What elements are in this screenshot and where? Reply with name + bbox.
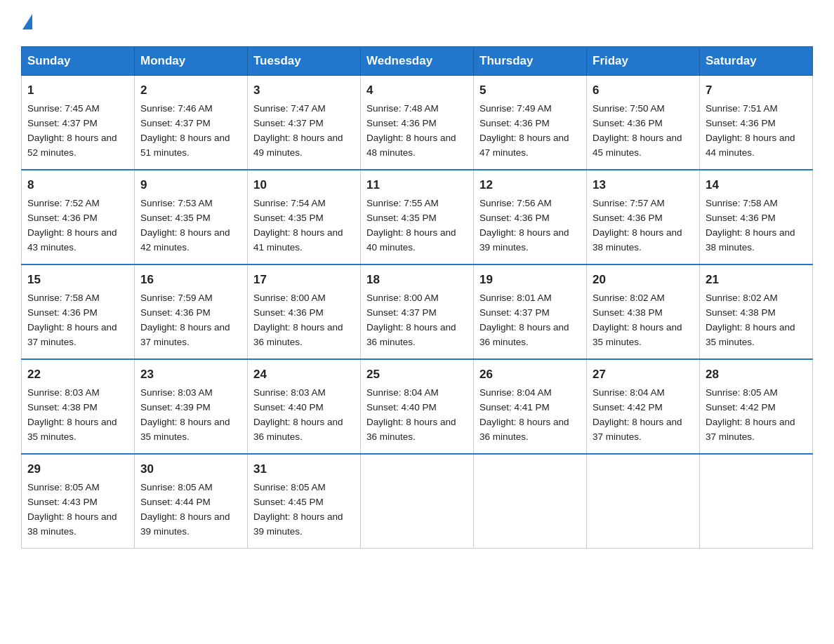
calendar-cell: 3Sunrise: 7:47 AMSunset: 4:37 PMDaylight… xyxy=(248,76,361,170)
sunset-label: Sunset: 4:42 PM xyxy=(706,402,776,412)
calendar-body: 1Sunrise: 7:45 AMSunset: 4:37 PMDaylight… xyxy=(22,76,813,549)
calendar-cell: 6Sunrise: 7:50 AMSunset: 4:36 PMDaylight… xyxy=(587,76,700,170)
sunset-label: Sunset: 4:40 PM xyxy=(253,402,324,412)
sunrise-label: Sunrise: 7:45 AM xyxy=(27,103,100,114)
calendar-header: SundayMondayTuesdayWednesdayThursdayFrid… xyxy=(22,47,813,76)
daylight-label: Daylight: 8 hours and 36 minutes. xyxy=(366,322,456,347)
calendar-cell: 31Sunrise: 8:05 AMSunset: 4:45 PMDayligh… xyxy=(248,454,361,549)
sunrise-label: Sunrise: 7:58 AM xyxy=(706,198,778,208)
daylight-label: Daylight: 8 hours and 38 minutes. xyxy=(27,511,117,537)
calendar-cell: 13Sunrise: 7:57 AMSunset: 4:36 PMDayligh… xyxy=(587,170,700,264)
sunset-label: Sunset: 4:41 PM xyxy=(479,402,550,412)
calendar-week-5: 29Sunrise: 8:05 AMSunset: 4:43 PMDayligh… xyxy=(22,454,813,549)
day-number: 1 xyxy=(27,81,128,100)
sunset-label: Sunset: 4:35 PM xyxy=(253,213,324,223)
day-number: 27 xyxy=(593,365,694,384)
sunrise-label: Sunrise: 8:03 AM xyxy=(253,387,326,398)
day-number: 6 xyxy=(593,81,694,100)
day-number: 20 xyxy=(593,271,694,289)
day-number: 5 xyxy=(479,81,581,100)
daylight-label: Daylight: 8 hours and 38 minutes. xyxy=(593,227,682,253)
calendar-cell: 16Sunrise: 7:59 AMSunset: 4:36 PMDayligh… xyxy=(135,264,248,359)
calendar-cell: 1Sunrise: 7:45 AMSunset: 4:37 PMDaylight… xyxy=(22,76,135,170)
daylight-label: Daylight: 8 hours and 42 minutes. xyxy=(140,227,230,253)
calendar-cell: 17Sunrise: 8:00 AMSunset: 4:36 PMDayligh… xyxy=(248,264,361,359)
calendar-cell: 12Sunrise: 7:56 AMSunset: 4:36 PMDayligh… xyxy=(474,170,587,264)
calendar-cell: 30Sunrise: 8:05 AMSunset: 4:44 PMDayligh… xyxy=(135,454,248,549)
sunset-label: Sunset: 4:36 PM xyxy=(593,118,663,128)
sunset-label: Sunset: 4:36 PM xyxy=(479,213,550,223)
day-number: 26 xyxy=(479,365,581,384)
daylight-label: Daylight: 8 hours and 39 minutes. xyxy=(140,511,230,537)
daylight-label: Daylight: 8 hours and 39 minutes. xyxy=(479,227,569,253)
sunset-label: Sunset: 4:38 PM xyxy=(27,402,98,412)
calendar-cell: 10Sunrise: 7:54 AMSunset: 4:35 PMDayligh… xyxy=(248,170,361,264)
day-number: 21 xyxy=(706,271,807,289)
sunrise-label: Sunrise: 8:00 AM xyxy=(366,293,439,303)
sunset-label: Sunset: 4:45 PM xyxy=(253,497,324,507)
calendar-cell: 26Sunrise: 8:04 AMSunset: 4:41 PMDayligh… xyxy=(474,359,587,454)
day-number: 17 xyxy=(253,271,355,289)
day-header-saturday: Saturday xyxy=(700,47,813,76)
daylight-label: Daylight: 8 hours and 36 minutes. xyxy=(479,322,569,347)
sunset-label: Sunset: 4:39 PM xyxy=(140,402,211,412)
calendar-cell xyxy=(474,454,587,549)
daylight-label: Daylight: 8 hours and 38 minutes. xyxy=(706,227,795,253)
sunset-label: Sunset: 4:37 PM xyxy=(27,118,98,128)
daylight-label: Daylight: 8 hours and 35 minutes. xyxy=(593,322,682,347)
daylight-label: Daylight: 8 hours and 36 minutes. xyxy=(253,322,343,347)
day-number: 2 xyxy=(140,81,241,100)
daylight-label: Daylight: 8 hours and 37 minutes. xyxy=(27,322,117,347)
sunrise-label: Sunrise: 8:05 AM xyxy=(253,482,326,492)
calendar-cell: 28Sunrise: 8:05 AMSunset: 4:42 PMDayligh… xyxy=(700,359,813,454)
day-number: 8 xyxy=(27,176,128,194)
page-header xyxy=(21,14,813,32)
sunset-label: Sunset: 4:36 PM xyxy=(366,118,437,128)
sunset-label: Sunset: 4:36 PM xyxy=(593,213,663,223)
sunrise-label: Sunrise: 7:58 AM xyxy=(27,293,100,303)
sunrise-label: Sunrise: 7:46 AM xyxy=(140,103,213,114)
sunrise-label: Sunrise: 8:04 AM xyxy=(366,387,439,398)
sunset-label: Sunset: 4:37 PM xyxy=(253,118,324,128)
sunset-label: Sunset: 4:36 PM xyxy=(140,307,211,318)
day-number: 29 xyxy=(27,460,128,478)
calendar-cell: 11Sunrise: 7:55 AMSunset: 4:35 PMDayligh… xyxy=(361,170,474,264)
sunrise-label: Sunrise: 7:48 AM xyxy=(366,103,439,114)
calendar-cell: 19Sunrise: 8:01 AMSunset: 4:37 PMDayligh… xyxy=(474,264,587,359)
sunrise-label: Sunrise: 7:56 AM xyxy=(479,198,552,208)
calendar-cell: 27Sunrise: 8:04 AMSunset: 4:42 PMDayligh… xyxy=(587,359,700,454)
calendar-week-2: 8Sunrise: 7:52 AMSunset: 4:36 PMDaylight… xyxy=(22,170,813,264)
sunrise-label: Sunrise: 7:50 AM xyxy=(593,103,665,114)
sunrise-label: Sunrise: 7:53 AM xyxy=(140,198,213,208)
sunset-label: Sunset: 4:37 PM xyxy=(140,118,211,128)
calendar-cell: 7Sunrise: 7:51 AMSunset: 4:36 PMDaylight… xyxy=(700,76,813,170)
sunset-label: Sunset: 4:42 PM xyxy=(593,402,663,412)
daylight-label: Daylight: 8 hours and 41 minutes. xyxy=(253,227,343,253)
sunset-label: Sunset: 4:43 PM xyxy=(27,497,98,507)
sunset-label: Sunset: 4:38 PM xyxy=(706,307,776,318)
calendar-cell: 29Sunrise: 8:05 AMSunset: 4:43 PMDayligh… xyxy=(22,454,135,549)
sunrise-label: Sunrise: 8:03 AM xyxy=(140,387,213,398)
sunset-label: Sunset: 4:44 PM xyxy=(140,497,211,507)
sunset-label: Sunset: 4:37 PM xyxy=(479,307,550,318)
sunrise-label: Sunrise: 7:49 AM xyxy=(479,103,552,114)
day-number: 28 xyxy=(706,365,807,384)
sunrise-label: Sunrise: 8:02 AM xyxy=(593,293,665,303)
sunrise-label: Sunrise: 7:54 AM xyxy=(253,198,326,208)
day-number: 4 xyxy=(366,81,468,100)
calendar-cell: 8Sunrise: 7:52 AMSunset: 4:36 PMDaylight… xyxy=(22,170,135,264)
sunrise-label: Sunrise: 8:05 AM xyxy=(27,482,100,492)
header-row: SundayMondayTuesdayWednesdayThursdayFrid… xyxy=(22,47,813,76)
day-number: 13 xyxy=(593,176,694,194)
calendar-cell: 15Sunrise: 7:58 AMSunset: 4:36 PMDayligh… xyxy=(22,264,135,359)
calendar-cell: 9Sunrise: 7:53 AMSunset: 4:35 PMDaylight… xyxy=(135,170,248,264)
daylight-label: Daylight: 8 hours and 47 minutes. xyxy=(479,133,569,158)
logo-triangle-icon xyxy=(22,14,32,29)
daylight-label: Daylight: 8 hours and 36 minutes. xyxy=(479,417,569,442)
sunset-label: Sunset: 4:38 PM xyxy=(593,307,663,318)
day-number: 7 xyxy=(706,81,807,100)
logo xyxy=(21,14,32,32)
sunrise-label: Sunrise: 7:55 AM xyxy=(366,198,439,208)
day-header-monday: Monday xyxy=(135,47,248,76)
day-number: 24 xyxy=(253,365,355,384)
